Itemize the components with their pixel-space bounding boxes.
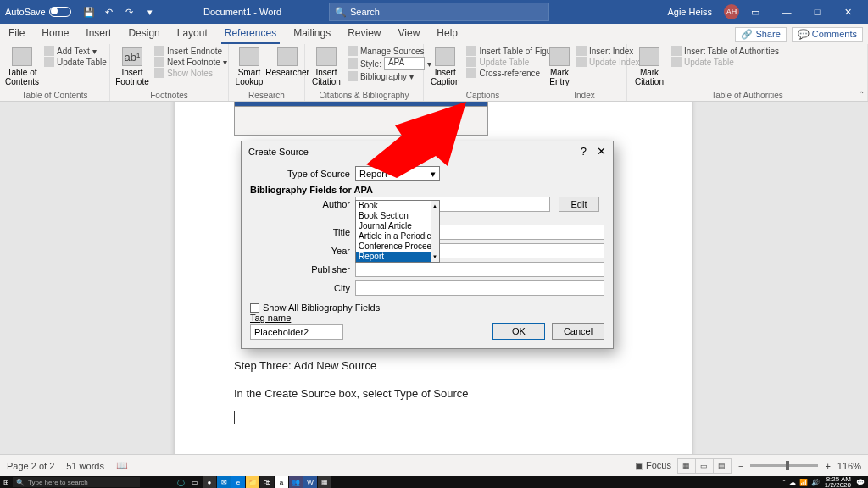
researcher-button[interactable]: Researcher	[270, 46, 305, 79]
read-mode-icon[interactable]: ▦	[677, 458, 696, 474]
type-of-source-dropdown[interactable]: Book Book Section Journal Article Articl…	[355, 200, 440, 263]
redo-icon[interactable]: ↷	[124, 6, 136, 18]
publisher-label: Publisher	[250, 264, 350, 274]
tab-design[interactable]: Design	[120, 24, 168, 44]
mark-entry-button[interactable]: Mark Entry	[546, 46, 573, 88]
maximize-button[interactable]: □	[802, 0, 832, 24]
word-count[interactable]: 51 words	[66, 461, 104, 471]
wifi-icon[interactable]: 📶	[799, 479, 808, 486]
onedrive-icon[interactable]: ☁	[789, 479, 796, 486]
option-conference-proceedings[interactable]: Conference Proceedings	[356, 241, 439, 252]
web-layout-icon[interactable]: ▤	[713, 458, 732, 474]
titlebar: AutoSave 💾 ↶ ↷ ▾ Document1 - Word 🔍 Sear…	[0, 0, 868, 24]
doc-line-2: In the Create Source box, select Type of…	[234, 384, 692, 403]
table-of-contents-button[interactable]: Table of Contents	[3, 46, 41, 88]
option-book[interactable]: Book	[356, 201, 439, 211]
chevron-down-icon: ▾	[431, 169, 436, 180]
option-article-periodical[interactable]: Article in a Periodical	[356, 231, 439, 241]
tab-file[interactable]: File	[0, 24, 33, 44]
bibliography-fields-label: Bibliography Fields for APA	[250, 185, 604, 195]
print-layout-icon[interactable]: ▭	[695, 458, 714, 474]
tab-view[interactable]: View	[390, 24, 429, 44]
undo-icon[interactable]: ↶	[103, 6, 115, 18]
update-table-button[interactable]: Update Table	[44, 57, 107, 67]
autosave-toggle[interactable]: AutoSave	[5, 7, 71, 17]
save-icon[interactable]: 💾	[83, 6, 95, 18]
account-avatar[interactable]: AH	[724, 4, 739, 19]
insert-caption-button[interactable]: Insert Caption	[427, 46, 463, 88]
zoom-slider[interactable]	[750, 464, 818, 467]
bibliography-button[interactable]: Bibliography▾	[348, 71, 431, 81]
show-notes-button[interactable]: Show Notes	[154, 68, 227, 78]
zoom-out-icon[interactable]: −	[738, 461, 743, 471]
add-text-button[interactable]: Add Text▾	[44, 46, 107, 56]
task-view-icon[interactable]: ▭	[188, 476, 202, 488]
tab-insert[interactable]: Insert	[77, 24, 120, 44]
option-journal-article[interactable]: Journal Article	[356, 221, 439, 231]
dialog-title-text: Create Source	[248, 147, 309, 157]
start-button[interactable]: ⊞	[0, 476, 12, 488]
zoom-in-icon[interactable]: +	[825, 461, 830, 471]
close-button[interactable]: ✕	[832, 0, 863, 24]
update-toa-button[interactable]: Update Table	[671, 57, 779, 67]
search-box[interactable]: 🔍 Search	[329, 3, 549, 21]
ok-button[interactable]: OK	[492, 323, 545, 340]
volume-icon[interactable]: 🔊	[811, 479, 820, 486]
minimize-button[interactable]: —	[771, 0, 802, 24]
insert-footnote-button[interactable]: ab¹Insert Footnote	[114, 46, 151, 88]
account-name[interactable]: Agie Heiss	[667, 7, 712, 17]
page-count[interactable]: Page 2 of 2	[7, 461, 54, 471]
spell-check-icon[interactable]: 📖	[116, 460, 128, 471]
insert-endnote-button[interactable]: Insert Endnote	[154, 46, 227, 56]
qat-dropdown-icon[interactable]: ▾	[144, 6, 156, 18]
edit-author-button[interactable]: Edit	[559, 197, 599, 212]
type-of-source-select[interactable]: Report ▾	[355, 166, 440, 181]
author-label: Author	[250, 199, 350, 209]
type-of-source-value: Report	[359, 169, 387, 179]
taskbar-search[interactable]: 🔍 Type here to search	[13, 477, 140, 487]
unknown-icon[interactable]: ▦	[318, 476, 331, 488]
option-book-section[interactable]: Book Section	[356, 211, 439, 221]
smart-lookup-button[interactable]: Smart Lookup	[232, 46, 266, 88]
clock-date[interactable]: 1/2/2020	[825, 482, 851, 488]
focus-mode[interactable]: ▣ Focus	[635, 460, 671, 471]
tab-references[interactable]: References	[216, 24, 285, 44]
dialog-close-icon[interactable]: ✕	[597, 145, 606, 158]
teams-icon[interactable]: 👥	[289, 476, 303, 488]
store-icon[interactable]: 🛍	[260, 476, 274, 488]
city-input[interactable]	[355, 280, 604, 296]
tab-mailings[interactable]: Mailings	[285, 24, 339, 44]
explorer-icon[interactable]: 📁	[246, 476, 259, 488]
tab-help[interactable]: Help	[428, 24, 466, 44]
tray-chevron-icon[interactable]: ˄	[782, 479, 786, 486]
dropdown-scrollbar[interactable]	[431, 201, 439, 262]
collapse-ribbon-icon[interactable]: ⌃	[858, 90, 865, 99]
cortana-icon[interactable]: ◯	[174, 476, 187, 488]
publisher-input[interactable]	[355, 262, 604, 277]
zoom-value[interactable]: 116%	[837, 461, 861, 471]
mark-citation-button[interactable]: Mark Citation	[631, 46, 668, 88]
chrome-icon[interactable]: ●	[203, 476, 216, 488]
insert-citation-button[interactable]: Insert Citation	[309, 46, 344, 88]
tag-name-input[interactable]: Placeholder2	[250, 324, 343, 340]
year-label: Year	[250, 246, 350, 256]
dialog-help-icon[interactable]: ?	[581, 145, 587, 158]
share-button[interactable]: 🔗 Share	[735, 27, 786, 42]
amazon-icon[interactable]: a	[275, 476, 288, 488]
comments-button[interactable]: 💬 Comments	[792, 27, 863, 42]
cancel-button[interactable]: Cancel	[552, 323, 604, 340]
style-select[interactable]: Style:APA▾	[348, 57, 431, 70]
option-report[interactable]: Report	[356, 252, 439, 262]
ribbon-display-icon[interactable]: ▭	[751, 7, 760, 18]
edge-icon[interactable]: e	[231, 476, 245, 488]
tab-home[interactable]: Home	[33, 24, 77, 44]
notifications-icon[interactable]: 💬	[856, 479, 865, 486]
insert-toa-button[interactable]: Insert Table of Authorities	[671, 46, 779, 56]
outlook-icon[interactable]: ✉	[217, 476, 231, 488]
show-all-fields-check[interactable]	[250, 303, 259, 313]
word-icon[interactable]: W	[303, 476, 317, 488]
tab-layout[interactable]: Layout	[169, 24, 216, 44]
manage-sources-button[interactable]: Manage Sources	[348, 46, 431, 56]
tab-review[interactable]: Review	[339, 24, 389, 44]
next-footnote-button[interactable]: Next Footnote▾	[154, 57, 227, 67]
